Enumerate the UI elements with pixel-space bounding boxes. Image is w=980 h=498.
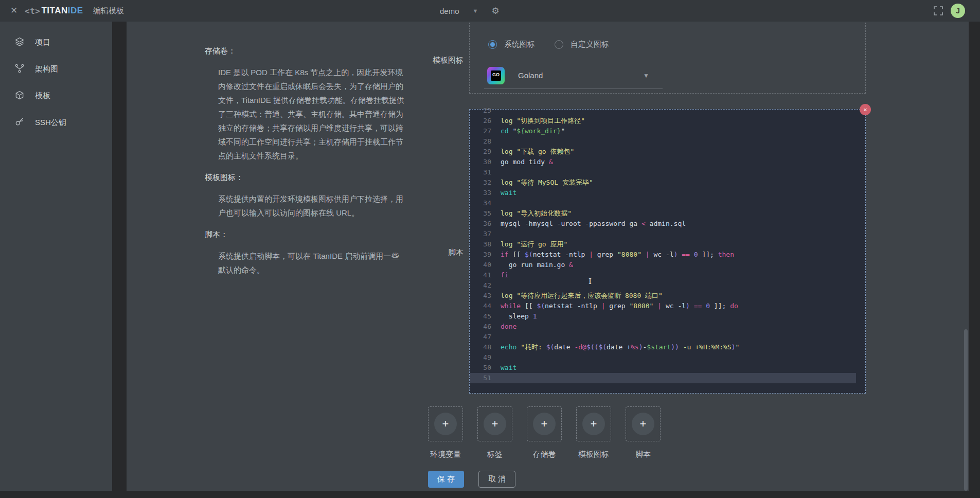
- plus-icon: +: [533, 413, 556, 435]
- code-line: 39if [[ $(netstat -ntlp | grep "8080" | …: [470, 250, 865, 260]
- action-buttons: 保 存 取 消: [428, 471, 515, 488]
- code-line: 48echo "耗时: $(date -d@$(($(date +%s)-$st…: [470, 342, 865, 352]
- code-line: 27cd "${work_dir}": [470, 126, 865, 136]
- add-模板图标-group: +模板图标: [576, 406, 611, 459]
- add-标签-button[interactable]: +: [477, 406, 512, 441]
- custom-icon-radio-label[interactable]: 自定义图标: [571, 40, 609, 49]
- code-line: 49: [470, 352, 865, 363]
- code-line: 36mysql -hmysql -uroot -ppassword ga < a…: [470, 219, 865, 229]
- help-paragraph: 系统提供启动脚本，可以在 TitanIDE 启动前调用一些默认的命令。: [205, 249, 406, 277]
- code-line: 35log "导入初始化数据": [470, 208, 865, 219]
- cube-icon: [14, 90, 25, 102]
- logo-ide: IDE: [68, 6, 83, 16]
- code-line: 43log "等待应用运行起来后，应该会监听 8080 端口": [470, 291, 865, 301]
- plus-icon: +: [582, 413, 605, 435]
- help-heading: 脚本：: [205, 230, 406, 240]
- code-line: 50wait: [470, 363, 865, 373]
- layers-icon: [14, 37, 25, 48]
- icon-type-radio-group: 系统图标 自定义图标: [488, 40, 621, 49]
- page-title: 编辑模板: [93, 6, 124, 16]
- code-line: 37: [470, 229, 865, 239]
- sidebar-item-label: SSH公钥: [35, 118, 66, 128]
- add-button-label: 脚本: [626, 450, 661, 459]
- custom-icon-radio[interactable]: [555, 40, 563, 49]
- app-logo: <t>TITANIDE: [25, 0, 83, 22]
- sidebar: 项目架构图模板SSH公钥: [0, 22, 112, 491]
- code-line: 40 go run main.go &: [470, 260, 865, 270]
- add-button-label: 模板图标: [576, 450, 611, 459]
- text-cursor-icon: I: [589, 277, 592, 286]
- help-paragraph: IDE 是以 POD 工作在 K8s 节点之上的，因此开发环境内修改过文件在重启…: [205, 65, 406, 163]
- icon-select-dropdown[interactable]: GO Goland ▼: [484, 62, 663, 89]
- project-name[interactable]: demo: [440, 7, 459, 15]
- add-脚本-group: +脚本: [626, 406, 661, 459]
- chevron-down-icon: ▼: [643, 72, 649, 79]
- code-line: 38log "运行 go 应用": [470, 239, 865, 250]
- system-icon-radio[interactable]: [488, 40, 497, 49]
- code-line: 25: [470, 105, 865, 116]
- code-line: 34: [470, 198, 865, 208]
- help-paragraph: 系统提供内置的开发环境模板图标供用户下拉选择，用户也可以输入可以访问的图标在线 …: [205, 192, 406, 220]
- chevron-down-icon[interactable]: ▼: [473, 8, 478, 14]
- fullscreen-icon[interactable]: [934, 6, 943, 15]
- code-lines: 2526log "切换到项目工作路径"27cd "${work_dir}"282…: [470, 105, 865, 383]
- add-脚本-button[interactable]: +: [626, 406, 661, 441]
- add-section-buttons: +环境变量+标签+存储卷+模板图标+脚本: [428, 406, 661, 459]
- help-column: 存储卷：IDE 是以 POD 工作在 K8s 节点之上的，因此开发环境内修改过文…: [205, 46, 406, 287]
- code-line: 31: [470, 167, 865, 177]
- cancel-button[interactable]: 取 消: [478, 471, 515, 488]
- code-line: 45 sleep 1: [470, 311, 865, 322]
- sidebar-item-架构图[interactable]: 架构图: [0, 56, 112, 82]
- key-icon: [14, 117, 25, 129]
- delete-script-icon[interactable]: ✕: [860, 104, 871, 115]
- template-icon-field-label: 模板图标: [402, 56, 464, 65]
- add-button-label: 环境变量: [428, 450, 463, 459]
- add-模板图标-button[interactable]: +: [576, 406, 611, 441]
- sidebar-item-模板[interactable]: 模板: [0, 82, 112, 109]
- help-heading: 存储卷：: [205, 46, 406, 56]
- avatar[interactable]: J: [951, 4, 965, 18]
- sidebar-item-项目[interactable]: 项目: [0, 29, 112, 56]
- close-icon[interactable]: ✕: [8, 5, 20, 16]
- code-line: 44while [[ $(netstat -ntlp | grep "8080"…: [470, 301, 865, 311]
- sidebar-item-label: 模板: [35, 91, 50, 101]
- add-存储卷-button[interactable]: +: [527, 406, 562, 441]
- logo-titan: TITAN: [41, 6, 67, 16]
- code-line: 30go mod tidy &: [470, 157, 865, 167]
- code-line: 46done: [470, 322, 865, 332]
- code-line: 41fi: [470, 270, 865, 280]
- architecture-icon: [14, 63, 25, 75]
- script-field-label: 脚本: [402, 248, 464, 258]
- sidebar-item-label: 项目: [35, 38, 50, 47]
- code-line: 29log "下载 go 依赖包": [470, 147, 865, 157]
- code-line: 28: [470, 136, 865, 147]
- project-switcher: demo ▼ ⚙: [440, 0, 500, 22]
- gear-icon[interactable]: ⚙: [491, 6, 499, 16]
- sidebar-item-label: 架构图: [35, 64, 58, 74]
- add-存储卷-group: +存储卷: [527, 406, 562, 459]
- logo-bracket: <t>: [25, 6, 40, 16]
- goland-icon-text: GO: [491, 70, 501, 81]
- avatar-initial: J: [956, 7, 960, 15]
- plus-icon: +: [434, 413, 457, 435]
- add-button-label: 标签: [477, 450, 512, 459]
- code-line: 47: [470, 332, 865, 342]
- system-icon-radio-label[interactable]: 系统图标: [504, 40, 535, 49]
- code-line: 51: [470, 373, 856, 383]
- icon-select-value: Goland: [518, 71, 543, 80]
- sidebar-item-SSH公钥[interactable]: SSH公钥: [0, 109, 112, 136]
- template-icon-box: 系统图标 自定义图标 GO Goland ▼: [469, 22, 866, 94]
- add-环境变量-group: +环境变量: [428, 406, 463, 459]
- script-editor[interactable]: ✕ 2526log "切换到项目工作路径"27cd "${work_dir}"2…: [469, 109, 866, 394]
- plus-icon: +: [632, 413, 654, 435]
- code-line: 42: [470, 280, 865, 291]
- help-heading: 模板图标：: [205, 173, 406, 183]
- add-标签-group: +标签: [477, 406, 512, 459]
- save-button[interactable]: 保 存: [428, 471, 464, 488]
- edit-template-panel: 存储卷：IDE 是以 POD 工作在 K8s 节点之上的，因此开发环境内修改过文…: [127, 22, 969, 491]
- plus-icon: +: [484, 413, 506, 435]
- vertical-scrollbar[interactable]: [964, 329, 968, 491]
- code-line: 33wait: [470, 188, 865, 198]
- add-环境变量-button[interactable]: +: [428, 406, 463, 441]
- code-line: 32log "等待 MySQL 安装完毕": [470, 177, 865, 188]
